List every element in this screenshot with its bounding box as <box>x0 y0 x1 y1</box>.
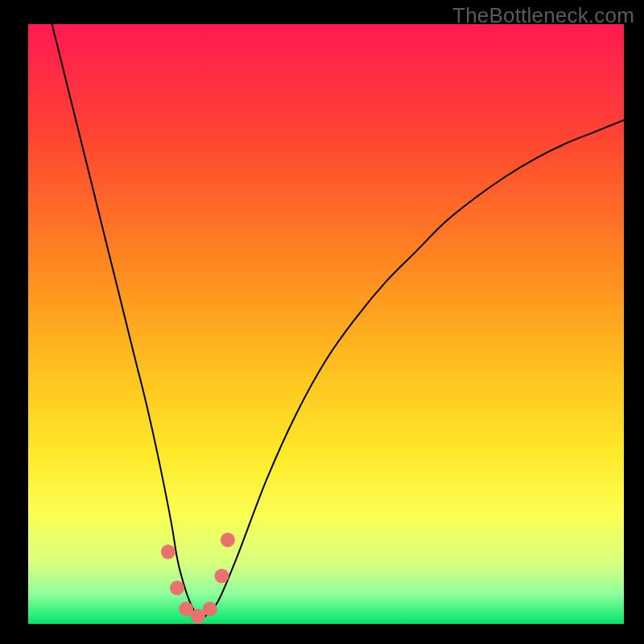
highlight-dot <box>161 545 175 559</box>
highlight-dot <box>203 601 217 616</box>
highlight-dot <box>221 533 235 547</box>
gradient-background <box>28 24 624 624</box>
highlight-dot <box>215 568 229 583</box>
highlight-dot <box>170 580 184 595</box>
chart-svg <box>28 24 624 624</box>
plot-area <box>28 24 624 624</box>
chart-frame: TheBottleneck.com <box>0 0 644 644</box>
